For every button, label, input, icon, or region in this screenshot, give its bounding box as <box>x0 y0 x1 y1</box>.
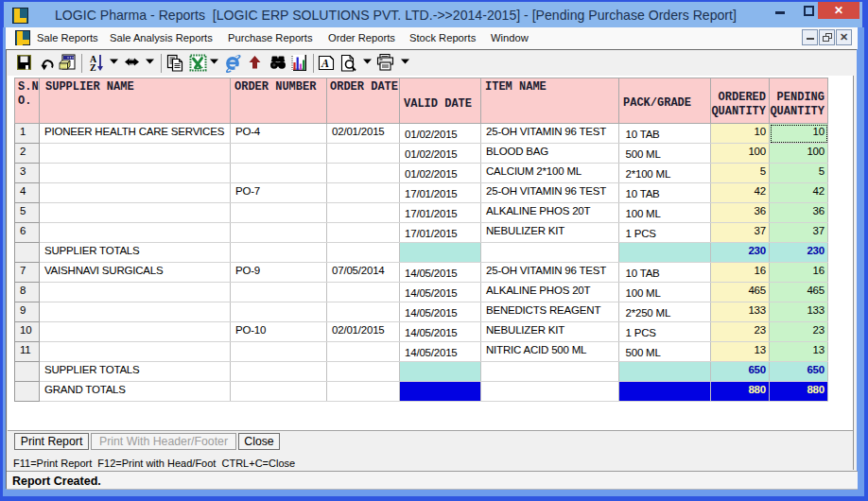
svg-text:A: A <box>321 57 329 70</box>
svg-text:Z: Z <box>90 62 96 73</box>
